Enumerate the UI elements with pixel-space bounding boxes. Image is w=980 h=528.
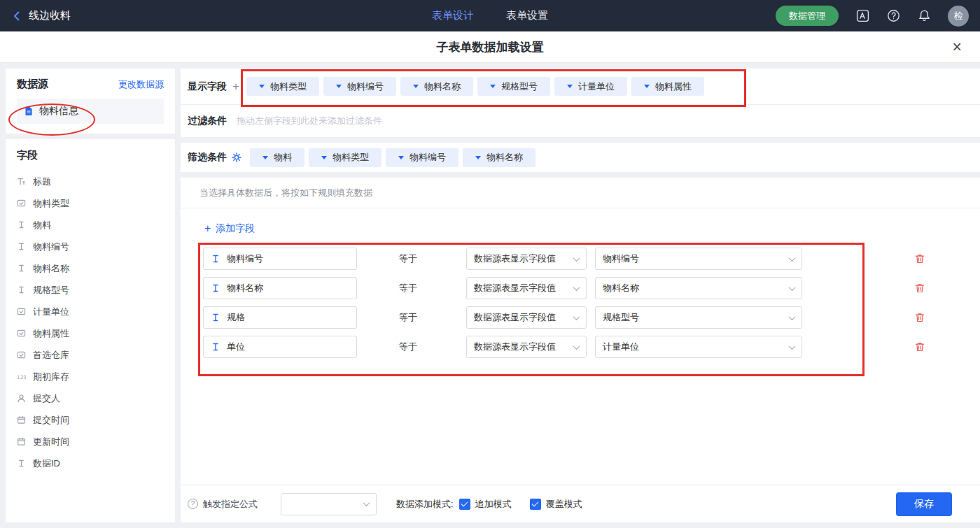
rule-field-label: 单位 (227, 341, 245, 353)
mode-option[interactable]: 追加模式 (459, 498, 512, 511)
rule-source-select[interactable]: 数据源表显示字段值 (466, 277, 587, 299)
rule-source-select[interactable]: 数据源表显示字段值 (466, 306, 587, 329)
rule-value-select[interactable]: 物料编号 (595, 248, 802, 270)
change-datasource-link[interactable]: 更改数据源 (118, 78, 164, 91)
trash-icon[interactable] (914, 253, 925, 264)
chevron-down-icon (573, 343, 580, 350)
display-field-tag[interactable]: 物料名称 (400, 77, 473, 96)
back-icon[interactable] (11, 10, 22, 22)
display-field-tag[interactable]: 物料编号 (323, 77, 396, 96)
data-manage-button[interactable]: 数据管理 (776, 6, 839, 26)
screening-tag[interactable]: 物料 (250, 148, 304, 167)
text-icon (17, 264, 26, 273)
dropdown-caret-icon (321, 156, 327, 159)
field-item-label: 规格型号 (33, 284, 69, 297)
tag-label: 物料编号 (410, 151, 446, 164)
back-nav[interactable]: 线边收料 (11, 9, 71, 22)
rule-value-select[interactable]: 计量单位 (595, 336, 802, 358)
checkbox-icon[interactable] (459, 499, 470, 510)
text-icon (211, 283, 220, 293)
rule-field-input[interactable]: 物料编号 (203, 248, 357, 270)
trash-icon[interactable] (914, 283, 925, 294)
mode-option[interactable]: 覆盖模式 (530, 498, 582, 511)
display-field-tag[interactable]: 规格型号 (477, 77, 550, 96)
rule-value-select[interactable]: 规格型号 (595, 306, 802, 329)
field-item[interactable]: 标题 (17, 171, 164, 192)
screening-tag[interactable]: 物料名称 (463, 148, 536, 167)
top-tab[interactable]: 表单设置 (506, 9, 548, 22)
field-item[interactable]: 物料 (17, 214, 164, 236)
rules-list: 物料编号 等于 数据源表显示字段值 物料编号 (203, 248, 958, 358)
text-icon (17, 459, 26, 468)
field-item[interactable]: 物料名称 (17, 257, 164, 279)
filter-dropzone-placeholder[interactable]: 拖动左侧字段到此处来添加过滤条件 (237, 115, 382, 127)
select-icon (17, 199, 26, 208)
dropdown-caret-icon (336, 85, 342, 88)
footer-bar: ? 触发指定公式 数据添加模式: 追加模式 (181, 485, 980, 522)
rule-field-input[interactable]: 单位 (203, 336, 357, 358)
display-field-tag[interactable]: 物料属性 (631, 77, 704, 96)
rule-value-select[interactable]: 物料名称 (595, 277, 802, 299)
dropdown-caret-icon (475, 156, 481, 159)
save-button[interactable]: 保存 (896, 492, 952, 516)
trash-icon[interactable] (914, 341, 925, 352)
field-item[interactable]: 规格型号 (17, 279, 164, 301)
display-filter-block: 显示字段 + 物料类型 物料编号 (181, 69, 980, 137)
chevron-down-icon (363, 499, 370, 506)
screening-tag[interactable]: 物料类型 (309, 148, 382, 167)
rule-field-label: 物料名称 (227, 282, 263, 294)
rule-source-select[interactable]: 数据源表显示字段值 (466, 336, 587, 358)
mode-options: 追加模式 覆盖模式 (459, 498, 582, 511)
chevron-down-icon (789, 284, 796, 291)
field-item[interactable]: 物料属性 (17, 322, 164, 344)
field-item[interactable]: 更新时间 (17, 431, 164, 452)
field-item[interactable]: 物料编号 (17, 236, 164, 257)
field-item[interactable]: 物料类型 (17, 192, 164, 214)
calendar-icon (17, 437, 26, 446)
field-item[interactable]: 123 期初库存 (17, 366, 164, 387)
gear-icon[interactable] (232, 152, 241, 162)
field-item[interactable]: 提交时间 (17, 409, 164, 431)
rule-field-label: 规格 (227, 311, 245, 324)
field-item[interactable]: 提交人 (17, 387, 164, 409)
close-icon[interactable]: × (953, 39, 962, 55)
translate-icon[interactable] (855, 9, 869, 23)
field-item[interactable]: 数据ID (17, 452, 164, 474)
rule-field-input[interactable]: 物料名称 (203, 277, 357, 299)
tag-label: 物料类型 (270, 80, 307, 93)
rule-field-input[interactable]: 规格 (203, 306, 357, 329)
tag-label: 计量单位 (578, 80, 615, 93)
datasource-title: 数据源 (17, 78, 48, 91)
chevron-down-icon (573, 313, 580, 320)
avatar[interactable]: 检 (948, 6, 969, 27)
back-label[interactable]: 线边收料 (29, 9, 71, 22)
add-field-label: 添加字段 (216, 222, 255, 235)
chevron-down-icon (573, 284, 580, 291)
add-display-field-button[interactable]: + (232, 80, 239, 92)
top-tab[interactable]: 表单设计 (432, 9, 474, 22)
screening-label: 筛选条件 (188, 151, 227, 164)
display-fields-label: 显示字段 (188, 80, 227, 93)
bell-icon[interactable] (917, 9, 931, 23)
formula-select[interactable] (281, 493, 377, 515)
dialog-title: 子表单数据加载设置 (437, 39, 544, 55)
filter-row: 过滤条件 拖动左侧字段到此处来添加过滤条件 (181, 105, 980, 137)
field-item-label: 物料名称 (33, 262, 69, 275)
field-item[interactable]: 首选仓库 (17, 344, 164, 366)
help-icon[interactable] (886, 9, 900, 23)
field-item-label: 物料编号 (33, 241, 69, 253)
checkbox-icon[interactable] (530, 499, 541, 510)
display-field-tag[interactable]: 物料类型 (246, 77, 319, 96)
datasource-item[interactable]: 物料信息 (17, 99, 164, 124)
field-item-label: 计量单位 (33, 306, 69, 318)
number-icon: 123 (17, 372, 26, 381)
text-icon (211, 313, 220, 322)
screening-tag[interactable]: 物料编号 (386, 148, 458, 167)
display-field-tag[interactable]: 计量单位 (554, 77, 627, 96)
tag-label: 物料编号 (347, 80, 384, 93)
trash-icon[interactable] (914, 312, 925, 323)
dropdown-caret-icon (644, 85, 650, 88)
rule-source-select[interactable]: 数据源表显示字段值 (466, 248, 587, 270)
add-field-button[interactable]: + 添加字段 (204, 222, 255, 235)
field-item[interactable]: 计量单位 (17, 301, 164, 322)
